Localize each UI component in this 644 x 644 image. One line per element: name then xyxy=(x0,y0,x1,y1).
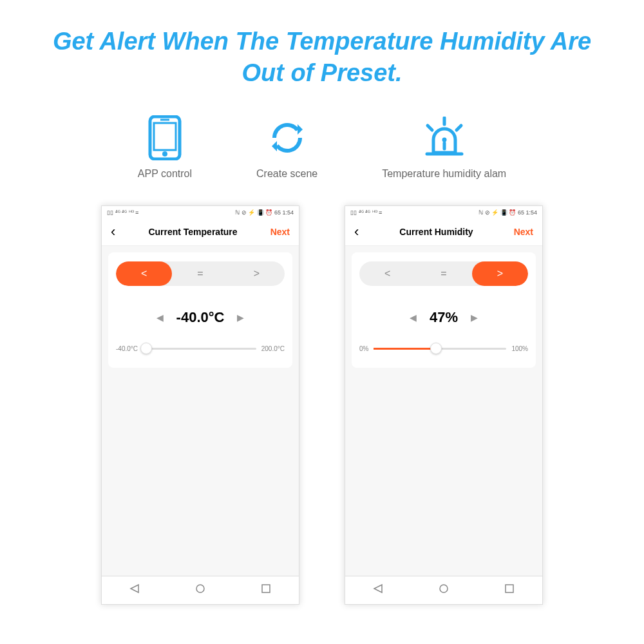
svg-point-7 xyxy=(442,137,446,142)
android-nav-bar xyxy=(345,576,542,604)
svg-line-11 xyxy=(457,126,461,130)
slider-row: 0% 100% xyxy=(359,345,528,352)
next-button[interactable]: Next xyxy=(270,227,290,237)
nav-back-icon[interactable] xyxy=(129,583,140,596)
slider-track[interactable] xyxy=(143,348,256,350)
status-left: ▯▯ ⁴ᴳ ⁴ᴳ ᴴᴰ ≡ xyxy=(350,209,382,216)
svg-point-13 xyxy=(196,585,204,592)
phone-icon xyxy=(142,115,187,160)
status-bar: ▯▯ ⁴ᴳ ⁴ᴳ ᴴᴰ ≡ ℕ ⊘ ⚡ 📳 ⏰ 65 1:54 xyxy=(345,206,542,219)
page-title: Current Humidity xyxy=(399,227,473,237)
feature-app-control: APP control xyxy=(138,115,192,180)
increment-button[interactable]: ▶ xyxy=(237,312,244,323)
settings-card: < = > ◀ 47% ▶ 0% 100% xyxy=(352,252,536,368)
svg-marker-5 xyxy=(272,141,277,151)
status-bar: ▯▯ ⁴ᴳ ⁴ᴳ ᴴᴰ ≡ ℕ ⊘ ⚡ 📳 ⏰ 65 1:54 xyxy=(102,206,299,219)
status-right: ℕ ⊘ ⚡ 📳 ⏰ 65 1:54 xyxy=(478,209,537,216)
svg-marker-12 xyxy=(131,585,138,592)
slider-min-label: -40.0°C xyxy=(116,345,138,352)
phones-row: ▯▯ ⁴ᴳ ⁴ᴳ ᴴᴰ ≡ ℕ ⊘ ⚡ 📳 ⏰ 65 1:54 ‹ Curren… xyxy=(0,199,644,605)
content-area: < = > ◀ 47% ▶ 0% 100% xyxy=(345,246,542,576)
nav-back-icon[interactable] xyxy=(373,583,383,596)
value-display: 47% xyxy=(430,309,458,326)
decrement-button[interactable]: ◀ xyxy=(410,312,417,323)
svg-rect-1 xyxy=(154,123,176,150)
android-nav-bar xyxy=(102,576,299,604)
seg-equal[interactable]: = xyxy=(172,261,228,286)
phone-temperature: ▯▯ ⁴ᴳ ⁴ᴳ ᴴᴰ ≡ ℕ ⊘ ⚡ 📳 ⏰ 65 1:54 ‹ Curren… xyxy=(101,205,299,605)
feature-label: Temperature humidity alam xyxy=(382,168,506,180)
content-area: < = > ◀ -40.0°C ▶ -40.0°C 200.0°C xyxy=(102,246,299,576)
value-row: ◀ -40.0°C ▶ xyxy=(116,309,285,326)
app-header: ‹ Current Humidity Next xyxy=(345,219,542,246)
nav-recent-icon[interactable] xyxy=(261,583,271,596)
svg-marker-4 xyxy=(298,124,303,135)
svg-point-2 xyxy=(162,151,167,156)
slider-max-label: 200.0°C xyxy=(261,345,285,352)
next-button[interactable]: Next xyxy=(514,227,533,237)
feature-create-scene: Create scene xyxy=(256,115,317,180)
headline: Get Alert When The Temperature Humidity … xyxy=(0,0,644,109)
feature-label: APP control xyxy=(138,168,192,180)
alarm-icon xyxy=(422,115,467,160)
status-left: ▯▯ ⁴ᴳ ⁴ᴳ ᴴᴰ ≡ xyxy=(107,209,138,216)
back-button[interactable]: ‹ xyxy=(111,223,115,240)
comparison-segmented: < = > xyxy=(359,261,528,286)
nav-recent-icon[interactable] xyxy=(504,583,515,596)
comparison-segmented: < = > xyxy=(116,261,285,286)
seg-less-than[interactable]: < xyxy=(116,261,172,286)
seg-greater-than[interactable]: > xyxy=(472,261,528,286)
nav-home-icon[interactable] xyxy=(195,583,205,596)
nav-home-icon[interactable] xyxy=(439,583,449,596)
increment-button[interactable]: ▶ xyxy=(471,312,478,323)
slider-thumb[interactable] xyxy=(140,343,152,354)
settings-card: < = > ◀ -40.0°C ▶ -40.0°C 200.0°C xyxy=(108,252,292,368)
svg-point-16 xyxy=(440,585,448,592)
page-title: Current Temperature xyxy=(148,227,237,237)
value-display: -40.0°C xyxy=(176,309,225,326)
slider-min-label: 0% xyxy=(359,345,368,352)
features-row: APP control Create scene Temperat xyxy=(0,109,644,199)
value-row: ◀ 47% ▶ xyxy=(359,309,528,326)
svg-rect-14 xyxy=(262,585,270,592)
slider-fill xyxy=(374,348,436,350)
decrement-button[interactable]: ◀ xyxy=(156,312,164,323)
back-button[interactable]: ‹ xyxy=(354,223,359,240)
sync-icon xyxy=(265,115,310,160)
svg-marker-15 xyxy=(374,585,382,592)
seg-equal[interactable]: = xyxy=(415,261,471,286)
phone-humidity: ▯▯ ⁴ᴳ ⁴ᴳ ᴴᴰ ≡ ℕ ⊘ ⚡ 📳 ⏰ 65 1:54 ‹ Curren… xyxy=(345,205,543,605)
feature-label: Create scene xyxy=(256,168,317,180)
slider-row: -40.0°C 200.0°C xyxy=(116,345,285,352)
seg-less-than[interactable]: < xyxy=(359,261,415,286)
svg-line-10 xyxy=(428,126,432,130)
status-right: ℕ ⊘ ⚡ 📳 ⏰ 65 1:54 xyxy=(235,209,294,216)
app-header: ‹ Current Temperature Next xyxy=(102,219,299,246)
slider-track[interactable] xyxy=(374,348,506,350)
slider-max-label: 100% xyxy=(511,345,528,352)
svg-rect-17 xyxy=(506,585,513,592)
seg-greater-than[interactable]: > xyxy=(229,261,285,286)
feature-alarm: Temperature humidity alam xyxy=(382,115,506,180)
slider-thumb[interactable] xyxy=(430,343,442,354)
